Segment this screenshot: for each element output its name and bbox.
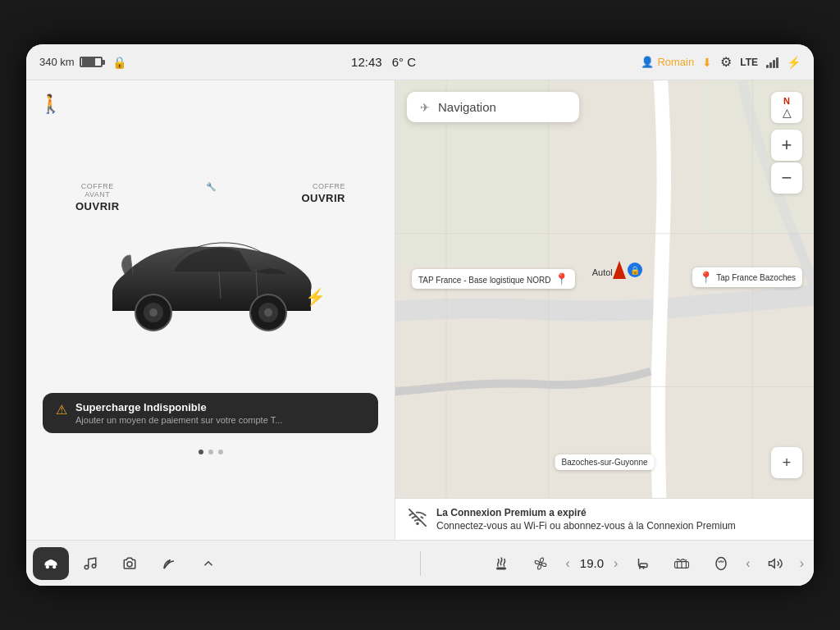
status-center: 12:43 6° C	[351, 55, 416, 69]
wifi-off-icon	[409, 509, 427, 531]
compass-button[interactable]: N △	[771, 92, 802, 123]
svg-line-31	[719, 561, 720, 563]
svg-rect-25	[640, 564, 647, 568]
svg-marker-34	[769, 559, 774, 568]
svg-point-21	[92, 564, 96, 568]
battery-km: 340 km	[39, 56, 75, 68]
alert-title: Supercharge Indisponible	[75, 401, 282, 413]
premium-text: La Connexion Premium a expiré Connectez-…	[436, 507, 736, 532]
status-right: 👤 Romain ⬇ ⚙ LTE ⚡	[641, 54, 801, 70]
map-background	[395, 80, 814, 540]
signal-bars	[766, 57, 778, 68]
trunk-front-line1: COFFRE	[81, 182, 114, 190]
alert-banner[interactable]: ⚠ Supercharge Indisponible Ajouter un mo…	[43, 393, 378, 433]
page-dots	[199, 450, 223, 454]
settings-icon[interactable]: ⚙	[720, 54, 732, 70]
wipers-button[interactable]	[151, 547, 187, 580]
status-bar: 340 km 🔒 12:43 6° C 👤 Romain ⬇ ⚙ LTE	[26, 44, 814, 80]
charge-icon: ⚡	[305, 287, 326, 307]
fan-button[interactable]	[523, 547, 559, 580]
compass-n: N	[783, 96, 790, 106]
volume-increase-button[interactable]: ›	[797, 556, 807, 571]
bluetooth-icon[interactable]: ⚡	[787, 56, 801, 69]
car-direction-arrow	[613, 261, 626, 279]
alert-text: Supercharge Indisponible Ajouter un moye…	[75, 401, 282, 425]
seatbelt-icon: 🚶	[39, 94, 62, 115]
svg-point-7	[264, 308, 272, 317]
svg-point-22	[127, 561, 132, 566]
trunk-flag-icon: 🔧	[206, 182, 216, 191]
status-left: 340 km 🔒	[39, 56, 126, 69]
trunk-labels: COFFRE AVANT OUVRIR 🔧 COFFRE OUVRIR	[43, 182, 378, 212]
mirror-heat-button[interactable]	[703, 547, 739, 580]
camera-button[interactable]	[112, 547, 148, 580]
trunk-front-open[interactable]: OUVRIR	[75, 200, 120, 212]
bottom-toolbar: ‹ 19.0 › ‹ ›	[26, 540, 814, 586]
trunk-front-line2: AVANT	[84, 190, 110, 199]
temperature-display: 19.0	[577, 556, 607, 570]
map-controls: N △ + −	[771, 92, 802, 194]
car-location-marker: 🔒	[613, 261, 642, 279]
main-content: 🚶 COFFRE AVANT OUVRIR 🔧 COFFRE OUVRIR	[26, 80, 814, 540]
svg-point-30	[716, 557, 726, 569]
trunk-front-label[interactable]: COFFRE AVANT OUVRIR	[75, 182, 120, 212]
temp-decrease-button[interactable]: ‹	[562, 556, 573, 571]
map-panel[interactable]: ✈ Navigation TAP France - Base logistiqu…	[395, 80, 814, 540]
car-image: ⚡	[88, 221, 334, 368]
car-lock-indicator: 🔒	[628, 262, 642, 277]
car-button[interactable]	[33, 547, 69, 580]
user-info[interactable]: 👤 Romain	[641, 56, 694, 68]
lte-label: LTE	[740, 57, 758, 68]
compass-arrow-icon: △	[783, 106, 792, 119]
zoom-out-button[interactable]: −	[771, 162, 802, 194]
toolbar-divider-1	[420, 551, 421, 576]
left-panel: 🚶 COFFRE AVANT OUVRIR 🔧 COFFRE OUVRIR	[26, 80, 395, 540]
premium-banner: La Connexion Premium a expiré Connectez-…	[395, 498, 814, 540]
battery-info: 340 km	[39, 56, 103, 68]
svg-rect-23	[496, 567, 506, 569]
navigation-text: Navigation	[438, 100, 496, 114]
dot-3[interactable]	[218, 450, 223, 454]
bazoches-text: Bazoches-sur-Guyonne	[561, 458, 647, 467]
dot-2[interactable]	[208, 450, 213, 454]
svg-point-19	[52, 565, 56, 568]
map-label-tap-nord: TAP France - Base logistique NORD 📍	[412, 269, 575, 289]
auto-label: Autol	[592, 267, 613, 277]
pin-blue-icon: 📍	[699, 271, 713, 284]
trunk-rear-line1: COFFRE	[313, 182, 345, 190]
trunk-rear-label[interactable]: COFFRE OUVRIR	[301, 182, 345, 212]
user-icon: 👤	[641, 56, 654, 68]
temperature-value: 19.0	[580, 556, 604, 570]
driver-seat-button[interactable]	[624, 547, 660, 580]
car-display: COFFRE AVANT OUVRIR 🔧 COFFRE OUVRIR	[26, 166, 395, 385]
add-location-button[interactable]: +	[771, 447, 802, 478]
svg-point-4	[149, 308, 158, 317]
music-button[interactable]	[72, 547, 108, 580]
lock-icon: 🔒	[112, 56, 126, 69]
volume-button[interactable]	[757, 547, 793, 580]
alert-icon: ⚠	[56, 402, 67, 418]
svg-point-17	[417, 523, 418, 524]
rear-defrost-button[interactable]	[664, 547, 700, 580]
svg-point-20	[84, 565, 89, 569]
alert-subtitle: Ajouter un moyen de paiement sur votre c…	[75, 415, 282, 425]
tap-nord-text: TAP France - Base logistique NORD	[418, 276, 550, 285]
svg-line-33	[723, 561, 724, 563]
navigation-icon: ✈	[420, 101, 430, 114]
zoom-in-button[interactable]: +	[771, 130, 802, 161]
map-label-bazoches: Bazoches-sur-Guyonne	[555, 454, 654, 470]
navigation-search[interactable]: ✈ Navigation	[407, 92, 579, 122]
seat-heat-button[interactable]	[483, 547, 519, 580]
toolbar-left	[33, 547, 413, 580]
premium-subtitle: Connectez-vous au Wi-Fi ou abonnez-vous …	[436, 520, 736, 532]
trunk-flag-container: 🔧	[206, 182, 216, 212]
volume-decrease-button[interactable]: ‹	[742, 556, 753, 571]
auto-text: Autol	[592, 267, 613, 277]
clock: 12:43	[351, 55, 382, 69]
more-button[interactable]	[190, 547, 226, 580]
temp-increase-button[interactable]: ›	[610, 556, 621, 571]
dot-1[interactable]	[199, 450, 203, 454]
tap-nord-pin: 📍	[555, 272, 568, 285]
trunk-rear-open[interactable]: OUVRIR	[301, 192, 345, 204]
svg-point-18	[46, 565, 49, 568]
